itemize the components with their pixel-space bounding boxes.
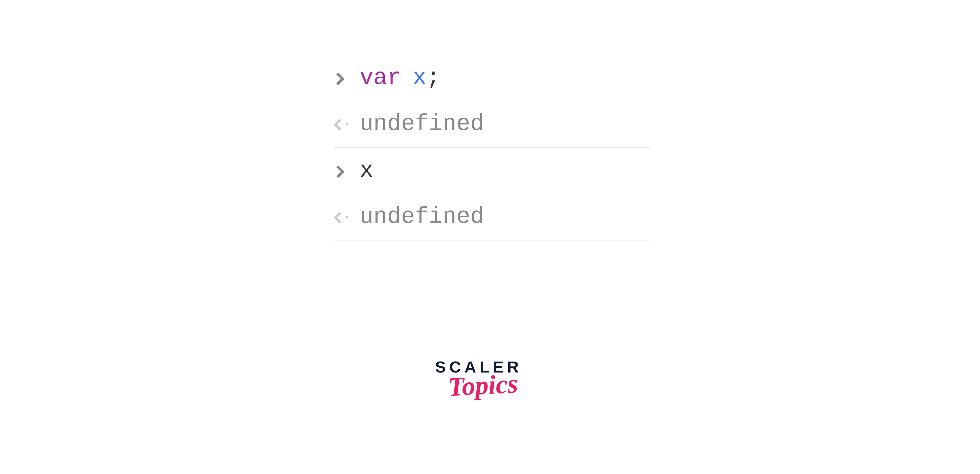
console-container: var x ; undefined x undefined (334, 55, 651, 241)
code-input-2: x (360, 155, 374, 187)
input-prompt-icon (334, 73, 360, 83)
expression-x: x (360, 155, 374, 187)
chevron-right-icon (334, 73, 343, 83)
output-prompt-icon (334, 120, 360, 129)
output-prompt-icon (334, 212, 360, 222)
input-prompt-icon (334, 166, 360, 175)
code-input-1: var x ; (360, 62, 440, 94)
code-output-1: undefined (360, 108, 484, 140)
brand-logo: SCALER Topics (435, 357, 522, 401)
console-output-row: undefined (334, 194, 651, 241)
console-input-row[interactable]: x (334, 148, 651, 194)
console-output-row: undefined (334, 101, 651, 148)
code-output-2: undefined (360, 201, 484, 233)
chevron-right-icon (334, 166, 343, 175)
brand-topics: Topics (447, 368, 519, 402)
console-input-row[interactable]: var x ; (334, 55, 651, 101)
keyword-var: var (360, 62, 401, 94)
chevron-left-dot-icon (334, 120, 348, 129)
undefined-result: undefined (360, 201, 484, 233)
variable-x: x (413, 62, 426, 94)
semicolon: ; (426, 62, 440, 94)
undefined-result: undefined (360, 108, 484, 140)
chevron-left-dot-icon (334, 212, 348, 222)
